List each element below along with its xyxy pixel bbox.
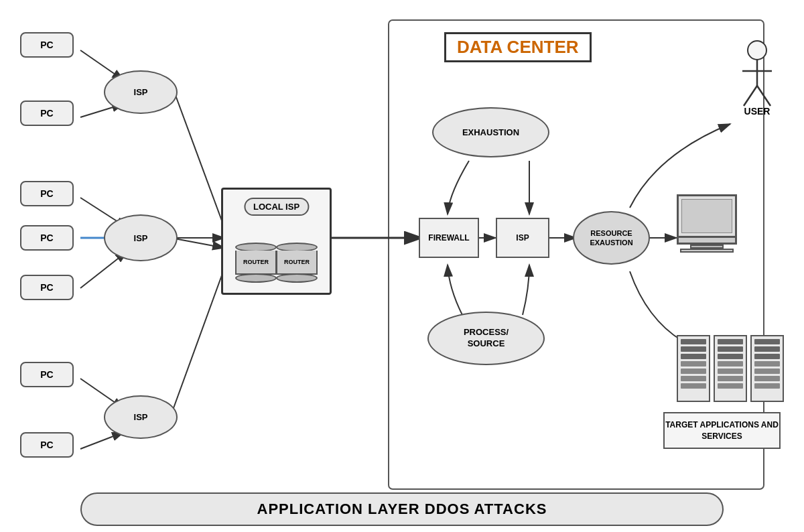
router-2: ROUTER bbox=[276, 243, 318, 283]
pc-box-6: PC bbox=[20, 362, 74, 387]
exhaustion-ellipse: EXHAUSTION bbox=[432, 107, 549, 157]
router-1: ROUTER bbox=[235, 243, 277, 283]
pc-box-3: PC bbox=[20, 181, 74, 206]
target-applications-box: TARGET APPLICATIONS AND SERVICES bbox=[663, 412, 781, 449]
isp-ellipse-top: ISP bbox=[104, 70, 178, 114]
resource-exhaustion-ellipse: RESOURCEEXAUSTION bbox=[573, 211, 650, 265]
svg-line-10 bbox=[171, 238, 224, 248]
pc-box-1: PC bbox=[20, 32, 74, 58]
local-isp-label: LOCAL ISP bbox=[244, 198, 309, 216]
firewall-box: FIREWALL bbox=[419, 218, 479, 258]
isp-ellipse-middle: ISP bbox=[104, 214, 178, 261]
svg-line-13 bbox=[171, 268, 224, 415]
process-source-ellipse: PROCESS/SOURCE bbox=[427, 312, 545, 365]
svg-line-12 bbox=[80, 432, 124, 449]
server-rack-container bbox=[677, 335, 784, 402]
data-center-title: DATA CENTER bbox=[444, 32, 592, 62]
pc-box-4: PC bbox=[20, 225, 74, 251]
isp-ellipse-bottom: ISP bbox=[104, 395, 178, 439]
isp-inner-box: ISP bbox=[496, 218, 549, 258]
svg-line-21 bbox=[757, 86, 770, 106]
pc-box-7: PC bbox=[20, 432, 74, 458]
bottom-title-label: APPLICATION LAYER DDOS ATTACKS bbox=[80, 492, 724, 526]
svg-line-20 bbox=[744, 86, 757, 106]
user-figure: USER bbox=[737, 40, 777, 117]
local-isp-container: LOCAL ISP ROUTER ROUTER bbox=[221, 188, 332, 295]
pc-box-2: PC bbox=[20, 101, 74, 126]
monitor bbox=[677, 194, 737, 253]
pc-box-5: PC bbox=[20, 275, 74, 300]
svg-line-5 bbox=[174, 92, 224, 228]
